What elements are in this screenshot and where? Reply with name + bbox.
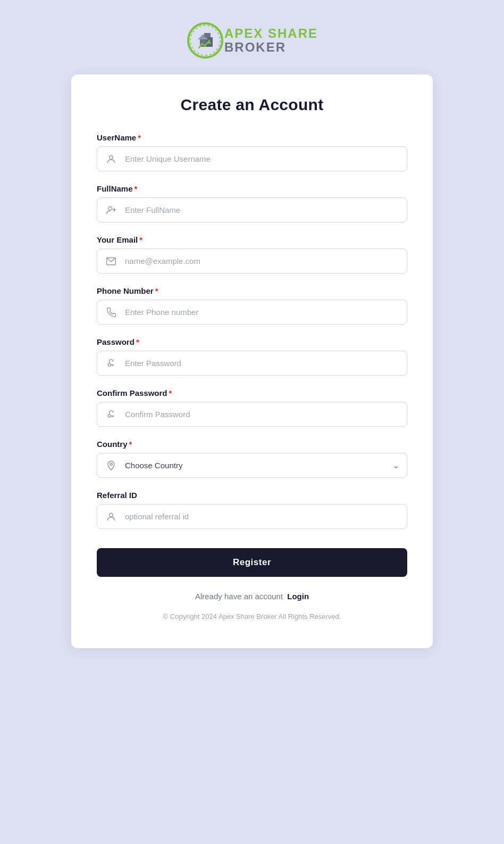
login-prompt-row: Already have an account Login [97,592,407,601]
username-group: UserName* [97,133,407,171]
email-icon [97,256,123,267]
confirm-password-icon [97,409,123,420]
logo-apex-share: APEX SHARE [224,27,318,40]
country-select-wrapper: Choose Country United States United King… [97,453,407,478]
phone-icon [97,307,123,318]
referral-label: Referral ID [97,491,407,500]
confirm-password-input-wrapper [97,402,407,427]
email-group: Your Email* [97,235,407,274]
referral-group: Referral ID [97,491,407,529]
location-icon [97,460,123,471]
logo-broker: BROKER [224,40,318,54]
logo-icon [186,21,224,60]
fullname-label: FullName* [97,184,407,193]
country-group: Country* Choose Country United States Un… [97,440,407,478]
password-icon [97,358,123,369]
login-prompt-text: Already have an account [195,592,283,601]
password-input[interactable] [123,351,407,375]
phone-label: Phone Number* [97,286,407,295]
svg-point-16 [110,463,112,465]
phone-input-wrapper [97,300,407,325]
fullname-input-wrapper [97,197,407,222]
referral-input[interactable] [123,504,407,528]
username-label: UserName* [97,133,407,142]
password-label: Password* [97,337,407,346]
username-input[interactable] [123,147,407,171]
username-input-wrapper [97,146,407,171]
svg-marker-5 [204,33,211,37]
country-label: Country* [97,440,407,449]
logo-text: APEX SHARE BROKER [224,27,318,55]
confirm-password-label: Confirm Password* [97,388,407,398]
logo: APEX SHARE BROKER [186,21,318,60]
phone-input[interactable] [123,300,407,324]
user-icon [97,154,123,164]
country-select[interactable]: Choose Country United States United King… [123,453,407,477]
confirm-password-input[interactable] [123,402,407,426]
svg-point-8 [108,206,112,210]
copyright: © Copyright 2024 Apex Share Broker All R… [97,611,407,623]
svg-point-17 [110,513,113,517]
password-group: Password* [97,337,407,376]
phone-group: Phone Number* [97,286,407,325]
registration-card: Create an Account UserName* FullName* [71,75,433,648]
email-input[interactable] [123,249,407,273]
fullname-icon [97,205,123,216]
referral-input-wrapper [97,504,407,529]
fullname-group: FullName* [97,184,407,222]
email-input-wrapper [97,249,407,274]
password-input-wrapper [97,351,407,376]
fullname-input[interactable] [123,198,407,222]
referral-icon [97,511,123,522]
email-label: Your Email* [97,235,407,244]
page-title: Create an Account [97,96,407,114]
login-link[interactable]: Login [287,592,309,601]
svg-point-7 [110,155,113,159]
confirm-password-group: Confirm Password* [97,388,407,427]
register-button[interactable]: Register [97,548,407,577]
